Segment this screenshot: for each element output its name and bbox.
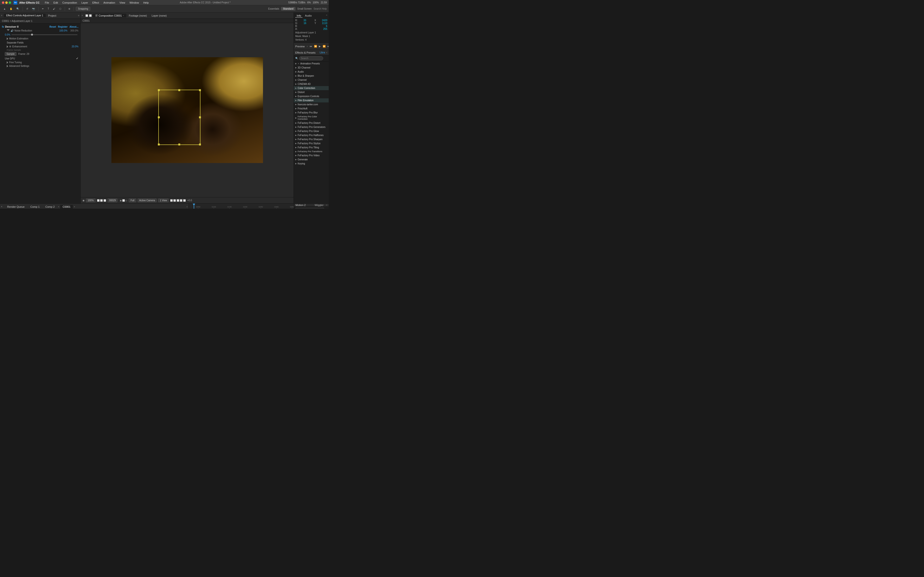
about-button[interactable]: About... — [69, 26, 78, 28]
register-button[interactable]: Register — [58, 26, 68, 28]
quality-selector[interactable]: Full — [129, 198, 136, 202]
panel-menu-icon[interactable]: ≡ — [78, 14, 79, 17]
panel-close-icon[interactable]: × — [1, 14, 2, 17]
menu-effect[interactable]: Effect — [90, 1, 101, 5]
noise-val-display[interactable]: 0.0% — [5, 34, 10, 36]
timeline-ruler[interactable]: 0050 0100 0150 0200 — [189, 204, 294, 209]
info-panel-menu[interactable]: ≡ — [326, 14, 327, 18]
noise-reduction-expand-icon[interactable] — [7, 29, 10, 32]
puppet-tool[interactable]: ⊕ — [67, 7, 72, 11]
tab-composition-c0001[interactable]: 🎬 Composition C0001 × — [93, 14, 126, 18]
category-fxfactory-video[interactable]: ▶ FxFactory Pro Video — [294, 153, 329, 158]
view-selector[interactable]: 1 View — [158, 198, 169, 202]
clone-tool[interactable]: ⬡ — [58, 7, 63, 11]
camera-tool[interactable]: 📷 — [31, 7, 36, 11]
category-generate[interactable]: ▶ Generate — [294, 158, 329, 161]
category-distort[interactable]: ▶ Distort — [294, 90, 329, 94]
menu-composition[interactable]: Composition — [60, 1, 79, 5]
enhancement-row[interactable]: ⚙ Enhancement 20.0% — [0, 45, 80, 48]
tab-comp1[interactable]: Comp 1 — [28, 205, 42, 209]
advanced-settings-expand-icon[interactable] — [7, 65, 8, 67]
menu-view[interactable]: View — [118, 1, 127, 5]
preview-menu[interactable]: ≡ — [307, 45, 308, 48]
prev-last-btn[interactable]: ⏭ — [328, 45, 329, 48]
effect-visibility-icon[interactable]: fx — [2, 26, 4, 28]
fullscreen-button[interactable] — [9, 2, 11, 4]
motion-version-select[interactable]: Motion v2 — [296, 208, 324, 209]
category-frischluft[interactable]: ▶ Frischluft — [294, 106, 329, 111]
zoom-tool[interactable]: 🔍 — [15, 7, 21, 11]
category-fxfactory-sharpen[interactable]: ▶ FxFactory Pro Sharpen — [294, 137, 329, 141]
pen-tool[interactable]: ✒ — [40, 7, 45, 11]
timecode-display[interactable]: 00029 — [108, 198, 118, 202]
selection-tool[interactable]: ▲ — [2, 7, 7, 11]
tab-render-queue[interactable]: Render Queue — [5, 205, 27, 209]
small-screen-button[interactable]: Small Screen — [297, 8, 312, 10]
menu-window[interactable]: Window — [128, 1, 141, 5]
menu-edit[interactable]: Edit — [52, 1, 60, 5]
enhancement-expand-icon[interactable] — [7, 45, 8, 48]
effects-presets-header[interactable]: Effects & Presets Libra ≡ — [294, 50, 329, 55]
close-c0001-icon[interactable]: × — [74, 206, 75, 208]
tab-project[interactable]: Project — [46, 14, 59, 18]
tab-effect-controls[interactable]: Effect Controls Adjustment Layer 1 — [4, 14, 46, 17]
category-fxfactory-generators[interactable]: ▶ FxFactory Pro Generators — [294, 125, 329, 129]
essentials-button[interactable]: Essentials — [268, 8, 279, 10]
zoom-level[interactable]: 100% — [86, 198, 95, 202]
motion-estimation-row[interactable]: Motion Estimation — [0, 37, 80, 40]
motion-est-expand-icon[interactable] — [7, 37, 8, 40]
menu-layer[interactable]: Layer — [79, 1, 90, 5]
prev-back-btn[interactable]: ⏪ — [314, 45, 317, 48]
category-3d-channel[interactable]: ▶ 3D Channel — [294, 66, 329, 70]
camera-selector[interactable]: Active Camera — [137, 198, 157, 202]
paint-tool[interactable]: 🖌 — [52, 7, 57, 11]
category-blur-sharpen[interactable]: ▶ Blur & Sharpen — [294, 74, 329, 78]
category-channel[interactable]: ▶ Channel — [294, 78, 329, 82]
category-fxfactory-stylize[interactable]: ▶ FxFactory Pro Stylize — [294, 141, 329, 145]
fine-tuning-row[interactable]: Fine Tuning — [0, 61, 80, 64]
sample-button[interactable]: Sample — [5, 52, 16, 56]
category-cinema-4d[interactable]: ▶ CINEMA 4D — [294, 82, 329, 86]
text-tool[interactable]: T — [46, 7, 50, 11]
prev-fwd-btn[interactable]: ⏩ — [323, 45, 326, 48]
snapping-button[interactable]: Snapping — [76, 7, 90, 11]
noise-reduction-row[interactable]: 🔊 Noise Reduction 100.0% 300.0% — [0, 29, 80, 32]
category-fxfactory-blur[interactable]: ▶ FxFactory Pro Blur — [294, 111, 329, 115]
tab-layer[interactable]: Layer (none) — [149, 14, 169, 18]
tab-audio[interactable]: Audio — [304, 14, 313, 18]
category-audio[interactable]: ▶ Audio — [294, 70, 329, 74]
close-comp2-icon[interactable]: × — [58, 206, 59, 208]
category-fxfactory-distort[interactable]: ▶ FxFactory Pro Distort — [294, 121, 329, 125]
category-fxfactory-transitions[interactable]: ▶ FxFactory Pro Transitions — [294, 150, 329, 153]
category-fxfactory-color[interactable]: ▶ FxFactory Pro Color Correction — [294, 115, 329, 121]
category-animation-presets[interactable]: ▶ ★ Animation Presets — [294, 61, 329, 66]
category-fxfactory-glow[interactable]: ▶ FxFactory Pro Glow — [294, 129, 329, 133]
noise-slider[interactable] — [11, 34, 78, 35]
prev-first-btn[interactable]: ⏮ — [310, 45, 312, 48]
timeline-panel-menu[interactable]: ≡ — [186, 206, 188, 208]
comp-panel-close[interactable]: × — [82, 14, 83, 17]
comp-tab-close[interactable]: × — [123, 15, 124, 16]
category-film-emulation[interactable]: ▶ Film Emulation — [294, 98, 329, 102]
hand-tool[interactable]: ✋ — [8, 7, 14, 11]
use-gpu-checkbox[interactable]: ✓ — [76, 57, 78, 60]
menu-help[interactable]: Help — [141, 1, 151, 5]
search-help-label[interactable]: Search Help — [313, 8, 327, 10]
prev-play-btn[interactable]: ▶ — [319, 45, 321, 48]
reset-button[interactable]: Reset — [50, 26, 56, 28]
category-fxfactory-tiling[interactable]: ▶ FxFactory Pro Tiling — [294, 145, 329, 150]
tab-c0001[interactable]: C0001 — [60, 205, 73, 209]
category-expression-controls[interactable]: ▶ Expression Controls — [294, 94, 329, 98]
fine-tuning-expand-icon[interactable] — [7, 61, 8, 64]
advanced-settings-row[interactable]: Advanced Settings — [0, 64, 80, 68]
timeline-panel-close[interactable]: × — [1, 205, 2, 208]
tab-footage[interactable]: Footage (none) — [126, 14, 149, 18]
effects-search-input[interactable] — [299, 56, 323, 60]
standard-button[interactable]: Standard — [281, 7, 295, 11]
category-fxfactory-halftones[interactable]: ▶ FxFactory Pro Halftones — [294, 133, 329, 137]
category-francois[interactable]: ▶ francois-tarlier.com — [294, 102, 329, 106]
category-keying[interactable]: ▶ Keying — [294, 161, 329, 166]
wiggler-button[interactable]: Wiggler — [315, 204, 323, 206]
menu-file[interactable]: File — [43, 1, 51, 5]
tab-info[interactable]: Info — [295, 14, 302, 18]
